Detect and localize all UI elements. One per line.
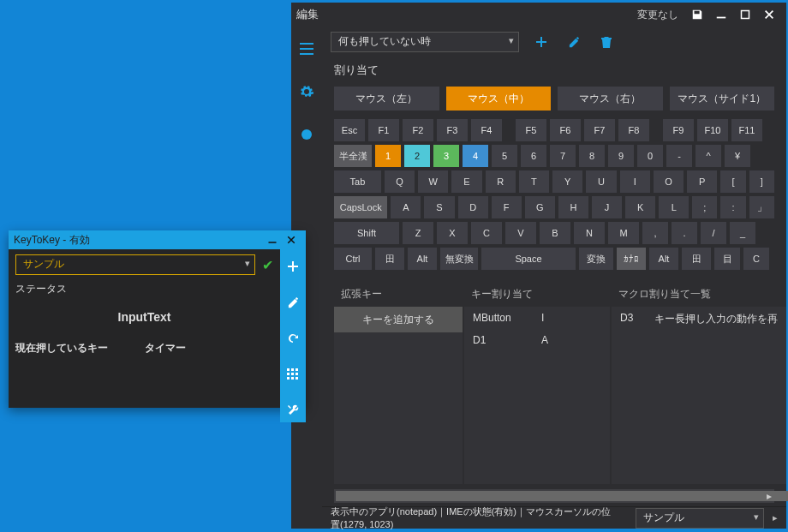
key-esc[interactable]: Esc	[334, 119, 365, 141]
mouse-right-tab[interactable]: マウス（右）	[558, 87, 663, 111]
key-c[interactable]: C	[743, 248, 769, 270]
key-[[interactable]: [	[720, 170, 745, 193]
key-f4[interactable]: F4	[471, 119, 502, 141]
key-a[interactable]: A	[391, 196, 421, 218]
key--[interactable]: -	[666, 145, 692, 167]
key-f5[interactable]: F5	[516, 119, 546, 141]
key-f1[interactable]: F1	[368, 119, 399, 141]
profile-select[interactable]: サンプル	[636, 508, 764, 529]
mini-add-icon[interactable]	[280, 254, 306, 278]
key-:[interactable]: :	[720, 196, 745, 218]
apply-check-icon[interactable]: ✔	[262, 257, 273, 273]
key-f9[interactable]: F9	[663, 119, 694, 141]
mini-tools-icon[interactable]	[280, 398, 306, 422]
key-i[interactable]: I	[620, 170, 650, 193]
key-ｶﾅﾛ[interactable]: ｶﾅﾛ	[617, 248, 646, 270]
key-.[interactable]: .	[672, 222, 697, 244]
key-w[interactable]: W	[418, 170, 448, 193]
key-alt[interactable]: Alt	[649, 248, 678, 270]
statusbar-next-icon[interactable]: ▸	[773, 512, 778, 523]
key-f8[interactable]: F8	[618, 119, 649, 141]
key-4[interactable]: 4	[463, 145, 488, 167]
key-r[interactable]: R	[486, 170, 516, 193]
key-o[interactable]: O	[654, 170, 684, 193]
key-_[interactable]: _	[730, 222, 755, 244]
save-button[interactable]	[685, 3, 709, 27]
key-8[interactable]: 8	[579, 145, 605, 167]
assign-row[interactable]: MButtonI	[464, 307, 610, 329]
key-t[interactable]: T	[519, 170, 549, 193]
key-n[interactable]: N	[574, 222, 605, 244]
key-ctrl[interactable]: Ctrl	[334, 248, 372, 270]
key-,[interactable]: ,	[642, 222, 668, 244]
key-f11[interactable]: F11	[731, 119, 762, 141]
key-」[interactable]: 」	[749, 196, 774, 218]
key-q[interactable]: Q	[385, 170, 415, 193]
mini-close-button[interactable]	[282, 230, 301, 249]
record-icon[interactable]	[291, 121, 322, 148]
horizontal-scrollbar[interactable]: ◂ ▸	[334, 489, 774, 503]
key-l[interactable]: L	[659, 196, 689, 218]
key-^[interactable]: ^	[695, 145, 721, 167]
key-半全漢[interactable]: 半全漢	[334, 145, 372, 167]
key-7[interactable]: 7	[550, 145, 576, 167]
key-alt[interactable]: Alt	[408, 248, 437, 270]
key-shift[interactable]: Shift	[334, 222, 399, 244]
add-icon[interactable]	[531, 32, 552, 52]
key-x[interactable]: X	[437, 222, 468, 244]
key-3[interactable]: 3	[433, 145, 459, 167]
key-目[interactable]: 目	[714, 248, 740, 270]
key-田[interactable]: 田	[682, 248, 711, 270]
mouse-side1-tab[interactable]: マウス（サイド1）	[670, 87, 775, 111]
key-u[interactable]: U	[586, 170, 616, 193]
key-9[interactable]: 9	[608, 145, 634, 167]
key-f3[interactable]: F3	[437, 119, 468, 141]
key-f6[interactable]: F6	[550, 119, 581, 141]
maximize-button[interactable]	[733, 3, 757, 27]
key-space[interactable]: Space	[481, 248, 576, 270]
macro-row[interactable]: D3キー長押し入力の動作を再	[612, 307, 786, 332]
key-][interactable]: ]	[749, 170, 774, 193]
key-c[interactable]: C	[471, 222, 502, 244]
gear-icon[interactable]	[291, 78, 322, 105]
key-e[interactable]: E	[451, 170, 481, 193]
menu-icon[interactable]	[291, 35, 322, 63]
mini-minimize-button[interactable]	[263, 230, 282, 249]
key-5[interactable]: 5	[492, 145, 517, 167]
key-1[interactable]: 1	[375, 145, 401, 167]
key-6[interactable]: 6	[521, 145, 546, 167]
layer-select[interactable]: 何も押していない時	[331, 32, 519, 52]
key-g[interactable]: G	[525, 196, 555, 218]
scroll-right-icon[interactable]: ▸	[762, 489, 776, 503]
key-f7[interactable]: F7	[584, 119, 615, 141]
key-f2[interactable]: F2	[403, 119, 433, 141]
key-p[interactable]: P	[687, 170, 717, 193]
close-button[interactable]	[757, 3, 781, 27]
mini-profile-select[interactable]: サンプル	[15, 254, 255, 275]
key-h[interactable]: H	[558, 196, 588, 218]
mouse-middle-tab[interactable]: マウス（中）	[446, 87, 552, 111]
key-y[interactable]: Y	[552, 170, 582, 193]
key-無変換[interactable]: 無変換	[440, 248, 478, 270]
key-0[interactable]: 0	[637, 145, 663, 167]
mini-edit-icon[interactable]	[280, 290, 306, 314]
key-d[interactable]: D	[458, 196, 488, 218]
assign-row[interactable]: D1A	[464, 329, 610, 351]
key-j[interactable]: J	[592, 196, 622, 218]
mini-refresh-icon[interactable]	[280, 326, 306, 350]
key-s[interactable]: S	[424, 196, 454, 218]
key-capslock[interactable]: CapsLock	[334, 196, 387, 218]
mouse-left-tab[interactable]: マウス（左）	[334, 87, 439, 111]
add-key-button[interactable]: キーを追加する	[334, 307, 463, 332]
edit-icon[interactable]	[564, 32, 584, 52]
key-tab[interactable]: Tab	[334, 170, 381, 193]
key-f[interactable]: F	[492, 196, 522, 218]
key-v[interactable]: V	[505, 222, 536, 244]
key-¥[interactable]: ¥	[725, 145, 750, 167]
key-b[interactable]: B	[540, 222, 570, 244]
minimize-button[interactable]	[709, 3, 733, 27]
delete-icon[interactable]	[596, 32, 617, 52]
key-f10[interactable]: F10	[697, 119, 728, 141]
key-;[interactable]: ;	[692, 196, 717, 218]
key-z[interactable]: Z	[403, 222, 433, 244]
